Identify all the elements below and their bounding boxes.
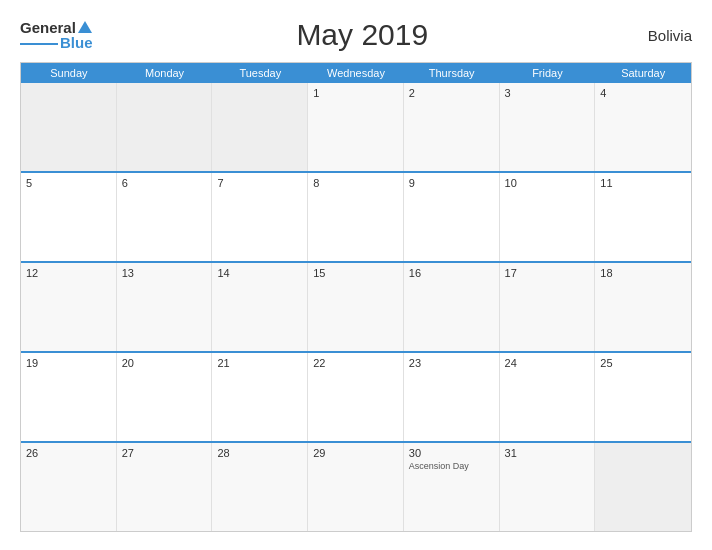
logo-triangle-icon [78, 21, 92, 33]
header-sunday: Sunday [21, 63, 117, 83]
week-3: 12 13 14 15 16 17 18 [21, 261, 691, 351]
cell-empty [21, 83, 117, 171]
cell-may-12: 12 [21, 263, 117, 351]
country-label: Bolivia [632, 27, 692, 44]
cell-may-28: 28 [212, 443, 308, 531]
header: General Blue May 2019 Bolivia [20, 18, 692, 52]
ascension-day-label: Ascension Day [409, 461, 494, 471]
cell-may-19: 19 [21, 353, 117, 441]
calendar-header: Sunday Monday Tuesday Wednesday Thursday… [21, 63, 691, 83]
cell-may-20: 20 [117, 353, 213, 441]
cell-may-10: 10 [500, 173, 596, 261]
calendar-page: General Blue May 2019 Bolivia Sunday Mon… [0, 0, 712, 550]
week-1: 1 2 3 4 [21, 83, 691, 171]
cell-may-6: 6 [117, 173, 213, 261]
cell-may-5: 5 [21, 173, 117, 261]
header-tuesday: Tuesday [212, 63, 308, 83]
cell-may-3: 3 [500, 83, 596, 171]
cell-may-24: 24 [500, 353, 596, 441]
logo-line [20, 43, 58, 45]
cell-may-13: 13 [117, 263, 213, 351]
header-saturday: Saturday [595, 63, 691, 83]
cell-may-18: 18 [595, 263, 691, 351]
cell-may-22: 22 [308, 353, 404, 441]
logo: General Blue [20, 20, 93, 50]
cell-may-29: 29 [308, 443, 404, 531]
cell-may-23: 23 [404, 353, 500, 441]
cell-empty [117, 83, 213, 171]
cell-may-7: 7 [212, 173, 308, 261]
cell-may-30: 30 Ascension Day [404, 443, 500, 531]
calendar-grid: Sunday Monday Tuesday Wednesday Thursday… [20, 62, 692, 532]
logo-blue-text: Blue [60, 35, 93, 50]
cell-may-11: 11 [595, 173, 691, 261]
cell-may-16: 16 [404, 263, 500, 351]
calendar-title: May 2019 [93, 18, 632, 52]
cell-may-9: 9 [404, 173, 500, 261]
cell-may-27: 27 [117, 443, 213, 531]
cell-empty [212, 83, 308, 171]
cell-may-25: 25 [595, 353, 691, 441]
logo-general-text: General [20, 20, 76, 35]
cell-may-1: 1 [308, 83, 404, 171]
cell-may-8: 8 [308, 173, 404, 261]
cell-empty [595, 443, 691, 531]
cell-may-14: 14 [212, 263, 308, 351]
week-4: 19 20 21 22 23 24 25 [21, 351, 691, 441]
header-wednesday: Wednesday [308, 63, 404, 83]
cell-may-31: 31 [500, 443, 596, 531]
cell-may-4: 4 [595, 83, 691, 171]
calendar-body: 1 2 3 4 5 6 7 8 9 10 11 12 13 14 15 16 [21, 83, 691, 531]
header-friday: Friday [500, 63, 596, 83]
cell-may-15: 15 [308, 263, 404, 351]
cell-may-26: 26 [21, 443, 117, 531]
cell-may-2: 2 [404, 83, 500, 171]
cell-may-21: 21 [212, 353, 308, 441]
header-thursday: Thursday [404, 63, 500, 83]
cell-may-17: 17 [500, 263, 596, 351]
header-monday: Monday [117, 63, 213, 83]
week-2: 5 6 7 8 9 10 11 [21, 171, 691, 261]
week-5: 26 27 28 29 30 Ascension Day 31 [21, 441, 691, 531]
